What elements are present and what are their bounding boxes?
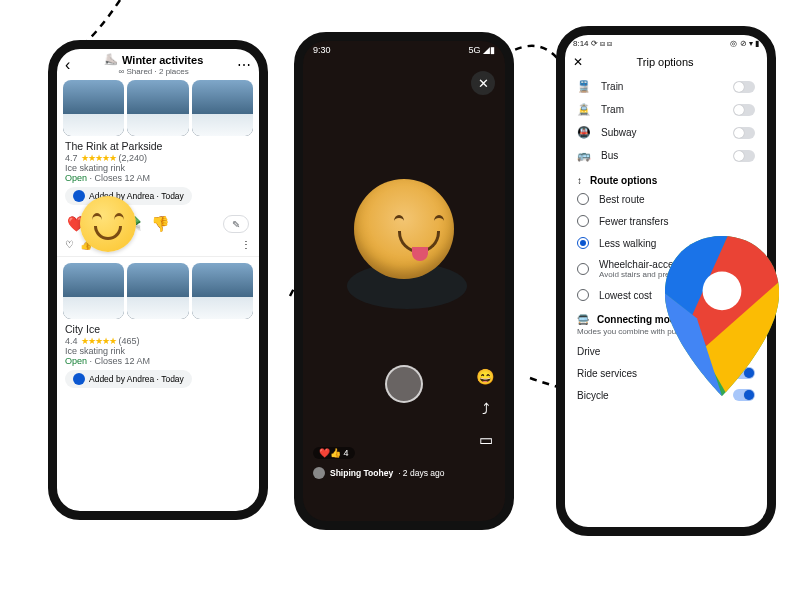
list-title: Winter activites — [122, 54, 203, 66]
back-button[interactable]: ‹ — [65, 56, 70, 74]
toggle[interactable] — [733, 81, 755, 93]
toggle[interactable] — [733, 150, 755, 162]
route-options-header: ↕Route options — [565, 167, 767, 188]
edit-button[interactable]: ✎ — [223, 215, 249, 233]
status-network: 5G ◢▮ — [468, 45, 495, 55]
shutter-button[interactable] — [385, 365, 423, 403]
status-time: 9:30 — [313, 45, 331, 55]
status-time: 8:14 ⟳ ⧈ ⧈ — [573, 39, 612, 49]
bookmark-button[interactable]: ▭ — [479, 431, 493, 449]
story-meta[interactable]: Shiping Toohey · 2 days ago — [313, 467, 444, 479]
google-maps-pin-icon — [662, 236, 782, 396]
route-option-row[interactable]: Best route — [565, 188, 767, 210]
skate-icon: ⛸️ — [104, 53, 118, 66]
radio[interactable] — [577, 215, 589, 227]
transport-icon: 🚊 — [577, 103, 591, 116]
place-card-2[interactable]: City Ice 4.4★★★★★(465) Ice skating rink … — [57, 319, 259, 394]
place-name: City Ice — [65, 323, 251, 335]
transport-icon: 🚌 — [577, 149, 591, 162]
transport-label: Subway — [601, 127, 723, 138]
transport-icon: 🚇 — [577, 126, 591, 139]
place2-photos[interactable] — [57, 263, 259, 319]
added-by-chip: Added by Andrea · Today — [65, 370, 192, 388]
react-thumbs-down[interactable]: 👎 — [151, 215, 170, 233]
added-by-chip: Added by Andrea · Today — [65, 187, 192, 205]
open-status: Open — [65, 173, 87, 183]
sort-icon: ↕ — [577, 175, 582, 186]
item-overflow[interactable]: ⋮ — [241, 239, 251, 250]
close-button[interactable]: ✕ — [471, 71, 495, 95]
place1-photos[interactable] — [57, 80, 259, 136]
route-label: Fewer transfers — [599, 216, 755, 227]
avatar — [73, 373, 85, 385]
list-header: ⛸️Winter activites ∞ Shared · 2 places — [76, 53, 231, 76]
radio[interactable] — [577, 193, 589, 205]
transport-row[interactable]: 🚌Bus — [565, 144, 767, 167]
radio[interactable] — [577, 263, 589, 275]
transport-label: Train — [601, 81, 723, 92]
svg-point-5 — [703, 271, 742, 310]
radio[interactable] — [577, 237, 589, 249]
list-subtitle: ∞ Shared · 2 places — [76, 67, 231, 76]
open-status: Open — [65, 356, 87, 366]
share-button[interactable]: ⤴ — [482, 400, 490, 417]
reaction-count[interactable]: ❤️👍 4 — [313, 447, 355, 459]
transport-label: Tram — [601, 104, 723, 115]
overflow-button[interactable]: ⋯ — [237, 57, 251, 73]
transport-row[interactable]: 🚆Train — [565, 75, 767, 98]
toggle[interactable] — [733, 104, 755, 116]
transit-icon: 🚍 — [577, 314, 589, 325]
phone-maps-list: ‹ ⛸️Winter activites ∞ Shared · 2 places… — [48, 40, 268, 520]
react-emoji-button[interactable]: 😄 — [476, 368, 495, 386]
route-option-row[interactable]: Fewer transfers — [565, 210, 767, 232]
avatar — [313, 467, 325, 479]
close-button[interactable]: ✕ — [573, 55, 583, 69]
place-category: Ice skating rink — [65, 346, 251, 356]
transport-row[interactable]: 🚊Tram — [565, 98, 767, 121]
avatar — [73, 190, 85, 202]
sheet-title: Trip options — [583, 56, 747, 68]
route-label: Best route — [599, 194, 755, 205]
transport-row[interactable]: 🚇Subway — [565, 121, 767, 144]
toggle[interactable] — [733, 127, 755, 139]
floating-emoji-wink — [80, 196, 136, 252]
story-photo — [339, 179, 469, 309]
stars-icon: ★★★★★ — [81, 336, 116, 346]
status-icons: ◎ ⊘ ▾ ▮ — [730, 39, 759, 49]
place-category: Ice skating rink — [65, 163, 251, 173]
phone-story-viewer: 9:30 5G ◢▮ ✕ 😄 ⤴ ▭ ❤️👍 4 Shiping Toohey … — [294, 32, 514, 530]
like-button[interactable]: ♡ — [65, 239, 74, 250]
stars-icon: ★★★★★ — [81, 153, 116, 163]
transport-icon: 🚆 — [577, 80, 591, 93]
transport-label: Bus — [601, 150, 723, 161]
radio[interactable] — [577, 289, 589, 301]
place-name: The Rink at Parkside — [65, 140, 251, 152]
place-card-1[interactable]: The Rink at Parkside 4.7★★★★★(2,240) Ice… — [57, 136, 259, 211]
